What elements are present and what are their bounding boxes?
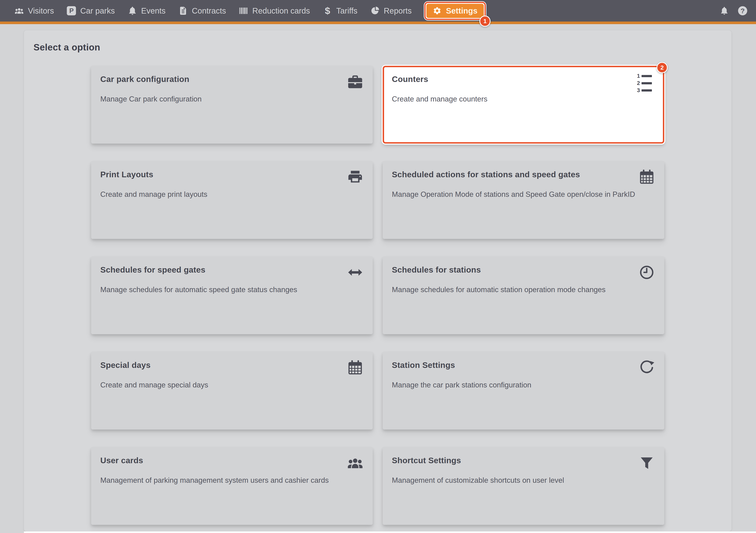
- settings-panel: Select a option Car park configurationMa…: [24, 30, 732, 531]
- printer-icon: [347, 169, 364, 185]
- users-group-icon: [347, 455, 364, 471]
- card-description: Create and manage special days: [100, 380, 350, 390]
- annotation-badge: 2: [657, 62, 668, 73]
- tab-tariffs[interactable]: $Tariffs: [323, 6, 357, 15]
- option-card-counters[interactable]: CountersCreate and manage counters1232: [383, 66, 664, 144]
- card-description: Manage schedules for automatic speed gat…: [100, 284, 350, 295]
- card-title: Special days: [100, 360, 364, 370]
- option-card-schedules-for-speed-gates[interactable]: Schedules for speed gatesManage schedule…: [91, 256, 373, 334]
- rotate-icon: [638, 359, 655, 376]
- card-title: Scheduled actions for stations and speed…: [392, 170, 655, 179]
- option-card-scheduled-actions-for-stations-and-speed-gates[interactable]: Scheduled actions for stations and speed…: [383, 161, 664, 239]
- calendar-icon: [347, 359, 364, 376]
- arrows-horizontal-icon: [347, 264, 364, 281]
- tab-label: Tariffs: [336, 6, 357, 15]
- nav-accent-underline: [0, 21, 756, 24]
- tab-settings[interactable]: Settings: [426, 4, 484, 18]
- option-card-user-cards[interactable]: User cardsManagement of parking manageme…: [91, 447, 373, 525]
- parking-icon: P: [67, 6, 76, 15]
- option-card-shortcut-settings[interactable]: Shortcut SettingsManagement of customiza…: [383, 447, 664, 525]
- navbar-right-icons: ?: [720, 6, 747, 15]
- card-description: Management of customizable shortcuts on …: [392, 475, 641, 486]
- nav-tabs: VisitorsPCar parksEventsContractsReducti…: [14, 2, 486, 20]
- users-icon: [14, 6, 24, 15]
- option-card-special-days[interactable]: Special daysCreate and manage special da…: [91, 352, 373, 430]
- options-grid: Car park configurationManage Car park co…: [91, 66, 664, 525]
- card-description: Manage Car park configuration: [100, 94, 350, 104]
- top-navbar: VisitorsPCar parksEventsContractsReducti…: [0, 0, 756, 21]
- tab-contracts[interactable]: Contracts: [178, 6, 226, 15]
- notifications-icon[interactable]: [720, 6, 729, 15]
- briefcase-icon: [347, 73, 364, 90]
- tab-label: Reduction cards: [252, 6, 310, 15]
- gear-icon: [433, 6, 442, 15]
- card-description: Create and manage print layouts: [100, 189, 350, 200]
- dollar-icon: $: [323, 6, 332, 15]
- card-description: Manage Operation Mode of stations and Sp…: [392, 189, 641, 200]
- tab-label: Reports: [384, 6, 412, 15]
- card-title: Car park configuration: [100, 75, 364, 84]
- tab-label: Visitors: [28, 6, 54, 15]
- card-description: Manage the car park stations configurati…: [392, 380, 641, 390]
- card-title: Schedules for speed gates: [100, 265, 364, 275]
- tab-label: Settings: [446, 6, 477, 15]
- option-card-car-park-configuration[interactable]: Car park configurationManage Car park co…: [91, 66, 373, 144]
- tab-reports[interactable]: Reports: [370, 6, 412, 15]
- filter-icon: [638, 455, 655, 471]
- calendar-icon: [638, 169, 655, 185]
- tab-label: Contracts: [192, 6, 226, 15]
- help-icon[interactable]: ?: [738, 6, 747, 15]
- settings-annotation-ring: Settings1: [424, 2, 486, 20]
- card-title: Schedules for stations: [392, 265, 655, 275]
- tab-reduction-cards[interactable]: Reduction cards: [239, 6, 310, 15]
- clock-icon: [638, 264, 655, 281]
- option-card-station-settings[interactable]: Station SettingsManage the car park stat…: [383, 352, 664, 430]
- document-icon: [178, 6, 188, 15]
- pie-chart-icon: [370, 6, 380, 15]
- page-title: Select a option: [34, 42, 732, 53]
- tab-visitors[interactable]: Visitors: [14, 6, 54, 15]
- card-title: Print Layouts: [100, 170, 364, 179]
- card-title: Station Settings: [392, 360, 655, 370]
- card-description: Management of parking management system …: [100, 475, 350, 486]
- card-title: Shortcut Settings: [392, 456, 655, 465]
- option-card-print-layouts[interactable]: Print LayoutsCreate and manage print lay…: [91, 161, 373, 239]
- card-title: Counters: [392, 75, 655, 84]
- card-title: User cards: [100, 456, 364, 465]
- card-description: Manage schedules for automatic station o…: [392, 284, 641, 295]
- annotation-badge: 1: [479, 15, 491, 27]
- tab-label: Events: [141, 6, 166, 15]
- card-description: Create and manage counters: [392, 94, 641, 104]
- tab-label: Car parks: [80, 6, 115, 15]
- option-card-schedules-for-stations[interactable]: Schedules for stationsManage schedules f…: [383, 256, 664, 334]
- tab-car-parks[interactable]: PCar parks: [67, 6, 115, 15]
- numbered-list-icon: 123: [637, 75, 654, 92]
- bell-icon: [128, 6, 137, 15]
- tab-events[interactable]: Events: [128, 6, 166, 15]
- bottom-strip: [24, 531, 756, 533]
- barcode-icon: [239, 6, 248, 15]
